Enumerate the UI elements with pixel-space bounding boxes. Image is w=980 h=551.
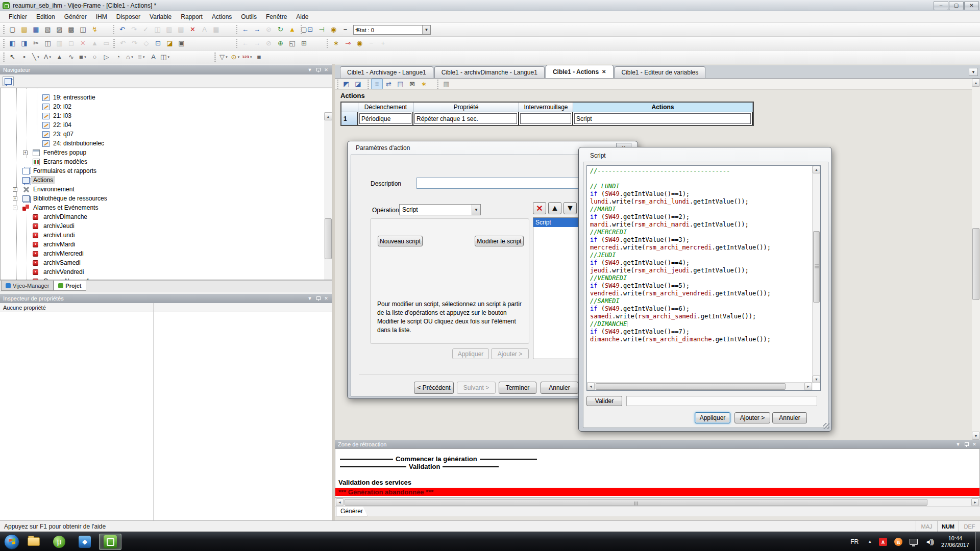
finish-button[interactable]: Terminer xyxy=(499,382,536,394)
tree-item[interactable]: archivVendredi xyxy=(1,268,332,277)
tree-item[interactable]: archivSamedi xyxy=(1,259,332,268)
diamond-icon[interactable]: ◇ xyxy=(140,38,152,48)
grid-view-icon[interactable]: ▦ xyxy=(440,79,452,89)
start-button[interactable] xyxy=(4,534,19,549)
tree-item[interactable]: 23: q07 xyxy=(1,130,332,139)
image-icon[interactable]: ◫▼ xyxy=(159,52,171,62)
tree-item[interactable]: archivMercredi xyxy=(1,249,332,259)
layer-icon[interactable]: ▣ xyxy=(176,38,187,48)
language-indicator[interactable]: FR xyxy=(850,538,859,545)
document-scrollbar[interactable]: ▲ ▼ xyxy=(972,79,980,440)
tree-item[interactable]: Ecrans modèles xyxy=(1,158,332,167)
forward-icon[interactable]: → xyxy=(251,24,263,35)
rect-icon[interactable]: ■▼ xyxy=(77,52,89,62)
select-icon[interactable]: ↖ xyxy=(7,52,18,62)
close-icon[interactable]: ✕ xyxy=(323,67,330,73)
doc-tab[interactable]: Cible1 - Archivage - Langue1 xyxy=(340,66,433,78)
menu-aide[interactable]: Aide xyxy=(291,12,313,22)
code-line[interactable]: vendredi.write(rsm_archi_vendredi.getInt… xyxy=(590,290,810,297)
code-line[interactable]: if (SW49.getIntValue()==2); xyxy=(590,213,810,221)
scroll-up-icon[interactable]: ▲ xyxy=(324,112,332,120)
save-icon[interactable]: ▦ xyxy=(30,24,42,35)
tree-item[interactable]: archivMardi xyxy=(1,240,332,249)
pan-icon[interactable]: ∗ xyxy=(330,38,342,48)
tree-label[interactable]: archivVendredi xyxy=(42,268,85,276)
previous-button[interactable]: < Précédent xyxy=(414,382,454,394)
tree-label[interactable]: Bibliothèque de ressources xyxy=(32,195,109,202)
redo-icon[interactable]: ↷ xyxy=(128,24,140,35)
paste-special-icon[interactable]: ▤ xyxy=(175,24,187,35)
menu-fichier[interactable]: Fichier xyxy=(4,12,32,22)
cancel-button[interactable]: Annuler xyxy=(772,412,807,423)
text-icon[interactable]: A xyxy=(148,52,159,62)
scroll-left-icon[interactable]: ◄ xyxy=(587,383,595,390)
warning-icon[interactable]: ▲ xyxy=(286,24,298,35)
code-line[interactable]: jeudi.write(rsm_archi_jeudi.getIntValue(… xyxy=(590,267,810,274)
tree-label[interactable]: archivMercredi xyxy=(42,250,85,257)
frame-icon[interactable]: ◻ xyxy=(65,38,77,48)
tree-item[interactable]: +Bibliothèque de ressources xyxy=(1,194,332,204)
polyline-icon[interactable]: Λ▼ xyxy=(42,52,54,62)
feedback-scrollbar[interactable]: ◄ ► xyxy=(335,498,980,507)
menu-outils[interactable]: Outils xyxy=(236,12,261,22)
code-line[interactable]: //------------------------------------ xyxy=(590,167,810,175)
cancel-button[interactable]: Annuler xyxy=(541,382,578,394)
switch-icon[interactable]: ▽▼ xyxy=(218,52,230,62)
tree-item[interactable]: +Fenêtres popup xyxy=(1,148,332,158)
lamp-icon[interactable]: ⊙▼ xyxy=(230,52,241,62)
pointer-line-icon[interactable]: ⊸ xyxy=(342,38,354,48)
code-line[interactable]: //VENDREDI xyxy=(590,274,810,282)
chevron-down-icon[interactable]: ▼ xyxy=(306,67,313,73)
code-line[interactable]: if (SW49.getIntValue()==3); xyxy=(590,236,810,244)
speaker-icon[interactable]: ◄))) xyxy=(925,538,933,545)
code-line[interactable]: samedi.write(rsm_archi_samedi.getIntValu… xyxy=(590,313,810,320)
tree-item[interactable]: 22: i04 xyxy=(1,121,332,130)
line-icon[interactable]: ╲▼ xyxy=(30,52,42,62)
minimize-button[interactable]: – xyxy=(934,1,948,10)
menu-actions[interactable]: Actions xyxy=(207,12,236,22)
avira-icon[interactable]: ∧ xyxy=(879,538,887,546)
print-icon[interactable]: ▧ xyxy=(42,24,54,35)
code-line[interactable]: //MERCREDI xyxy=(590,229,810,236)
connect-icon[interactable]: ⊣ xyxy=(316,24,328,35)
paste2-icon[interactable]: ▥ xyxy=(54,38,65,48)
tree-label[interactable]: archivDimanche xyxy=(42,213,89,220)
scroll-up-icon[interactable]: ▲ xyxy=(813,166,820,173)
tree-item[interactable]: Formulaires et rapports xyxy=(1,167,332,176)
expand-icon[interactable]: + xyxy=(13,196,17,201)
code-line[interactable]: //JEUDI xyxy=(590,252,810,259)
undo2-icon[interactable]: ↶ xyxy=(117,38,129,48)
tree-item[interactable]: Actions xyxy=(1,176,332,185)
block-icon[interactable]: ■ xyxy=(253,52,265,62)
tree-item[interactable]: 24: distributionelec xyxy=(1,139,332,148)
point-icon[interactable]: ▪ xyxy=(18,52,30,62)
menu-ihm[interactable]: IHM xyxy=(91,12,112,22)
code-line[interactable]: if (SW49.getIntValue()==1); xyxy=(590,190,810,198)
tree-item[interactable]: archivDimanche xyxy=(1,213,332,222)
lock-icon[interactable]: ◉ xyxy=(328,24,339,35)
script-code-editor[interactable]: //------------------------------------//… xyxy=(586,165,821,391)
code-vscrollbar[interactable]: ▲ ▼ xyxy=(812,166,820,383)
code-line[interactable]: // LUNDI xyxy=(590,183,810,190)
scroll-right-icon[interactable]: ► xyxy=(971,498,979,506)
close-button[interactable]: ✕ xyxy=(964,1,979,10)
zoom-in-icon[interactable]: + xyxy=(351,24,363,35)
action-delete-icon[interactable]: ◪ xyxy=(352,79,364,89)
tree-label[interactable]: 24: distributionelec xyxy=(52,140,106,147)
scroll-right-icon[interactable]: ► xyxy=(804,383,812,390)
redo2-icon[interactable]: ↷ xyxy=(129,38,140,48)
prev-icon[interactable]: ← xyxy=(239,38,251,48)
next-button[interactable]: Suivant > xyxy=(457,382,496,394)
blank-icon[interactable]: ▭ xyxy=(101,38,112,48)
tray-expand-icon[interactable]: ▲ xyxy=(868,539,872,544)
code-line[interactable]: if (SW49.getIntValue()==6); xyxy=(590,305,810,313)
doc-tab[interactable]: Cible1 - archivDimanche - Langue1 xyxy=(434,66,545,78)
tree-label[interactable]: archivJeudi xyxy=(42,222,76,230)
panel-icon[interactable]: ⊡ xyxy=(304,24,316,35)
maximize-button[interactable]: ▢ xyxy=(949,1,964,10)
tree-label[interactable]: Actions xyxy=(32,177,55,184)
validate-icon[interactable]: ⊠ xyxy=(406,79,418,89)
stop-icon[interactable]: ⊘ xyxy=(263,24,275,35)
window-cascade-icon[interactable]: ◨ xyxy=(18,38,30,48)
chevron-down-icon[interactable]: ▼ xyxy=(954,441,962,448)
